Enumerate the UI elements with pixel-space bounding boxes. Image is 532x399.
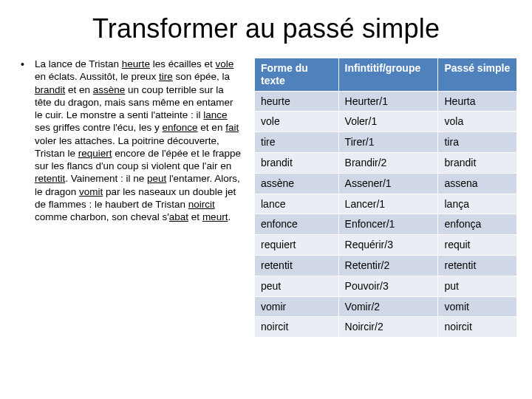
table-row: tireTirer/1tira <box>255 132 517 153</box>
cell-infinitif: Enfoncer/1 <box>338 214 438 235</box>
underlined-verb: abat <box>169 211 188 222</box>
cell-passe: tira <box>438 132 517 153</box>
text-run: comme charbon, son cheval s' <box>35 211 169 222</box>
cell-infinitif: Heurter/1 <box>338 91 438 112</box>
underlined-verb: retentit <box>35 173 65 184</box>
cell-passe: lança <box>438 194 517 214</box>
underlined-verb: fait <box>225 122 239 133</box>
underlined-verb: requiert <box>78 148 112 159</box>
cell-passe: vomit <box>438 296 517 317</box>
text-run: et en <box>198 122 226 133</box>
table-row: voleVoler/1vola <box>255 112 517 132</box>
table-row: requiertRequérir/3requit <box>255 235 517 256</box>
cell-passe: assena <box>438 173 517 194</box>
col-header-infinitif: Infintitif/groupe <box>338 58 438 92</box>
left-column: • La lance de Tristan heurte les écaille… <box>21 58 242 338</box>
content-row: • La lance de Tristan heurte les écaille… <box>0 58 532 338</box>
bullet-dot: • <box>21 58 24 223</box>
cell-infinitif: Vomir/2 <box>338 296 438 317</box>
underlined-verb: noircit <box>188 199 215 210</box>
verb-table: Forme du texte Infintitif/groupe Passé s… <box>254 58 517 338</box>
underlined-verb: enfonce <box>163 122 198 133</box>
cell-forme: brandit <box>255 152 339 173</box>
cell-infinitif: Tirer/1 <box>338 132 438 153</box>
cell-forme: enfonce <box>255 214 339 235</box>
underlined-verb: lance <box>203 109 227 120</box>
cell-passe: vola <box>438 112 517 132</box>
underlined-verb: vole <box>216 58 234 69</box>
cell-passe: requit <box>438 235 517 256</box>
text-run: . <box>228 211 231 222</box>
cell-infinitif: Noircir/2 <box>338 317 438 338</box>
text-run: son épée, la <box>173 71 230 82</box>
cell-forme: vole <box>255 112 339 132</box>
cell-passe: brandit <box>438 152 517 173</box>
page-title: Transformer au passé simple <box>0 0 532 58</box>
cell-passe: Heurta <box>438 91 517 112</box>
table-row: enfonceEnfoncer/1enfonça <box>255 214 517 235</box>
cell-forme: peut <box>255 276 339 296</box>
cell-infinitif: Assener/1 <box>338 173 438 194</box>
cell-passe: noircit <box>438 317 517 338</box>
cell-forme: vomir <box>255 296 339 317</box>
cell-infinitif: Brandir/2 <box>338 152 438 173</box>
table-row: peutPouvoir/3put <box>255 276 517 296</box>
table-row: heurteHeurter/1Heurta <box>255 91 517 112</box>
text-run: et <box>188 211 202 222</box>
cell-forme: requiert <box>255 235 339 256</box>
text-run: . Vainement : il ne <box>65 173 147 184</box>
table-row: assèneAssener/1assena <box>255 173 517 194</box>
col-header-passe: Passé simple <box>438 58 517 92</box>
cell-infinitif: Voler/1 <box>338 112 438 132</box>
cell-infinitif: Requérir/3 <box>338 235 438 256</box>
cell-passe: put <box>438 276 517 296</box>
underlined-verb: vomit <box>79 186 103 197</box>
table-header-row: Forme du texte Infintitif/groupe Passé s… <box>255 58 517 92</box>
text-run: La lance de Tristan <box>35 58 122 69</box>
cell-forme: assène <box>255 173 339 194</box>
table-row: retentitRetentir/2retentit <box>255 255 517 276</box>
underlined-verb: brandit <box>35 84 65 95</box>
cell-forme: lance <box>255 194 339 214</box>
right-column: Forme du texte Infintitif/groupe Passé s… <box>254 58 517 338</box>
text-run: et en <box>65 84 93 95</box>
table-row: branditBrandir/2brandit <box>255 152 517 173</box>
cell-passe: retentit <box>438 255 517 276</box>
underlined-verb: assène <box>93 84 126 95</box>
cell-infinitif: Lancer/1 <box>338 194 438 214</box>
paragraph: La lance de Tristan heurte les écailles … <box>35 58 242 223</box>
cell-forme: heurte <box>255 91 339 112</box>
cell-forme: tire <box>255 132 339 153</box>
text-run: en éclats. Aussitôt, le preux <box>35 71 159 82</box>
underlined-verb: meurt <box>202 211 228 222</box>
col-header-forme: Forme du texte <box>255 58 339 92</box>
underlined-verb: peut <box>147 173 166 184</box>
cell-forme: noircit <box>255 317 339 338</box>
cell-forme: retentit <box>255 255 339 276</box>
cell-infinitif: Pouvoir/3 <box>338 276 438 296</box>
cell-infinitif: Retentir/2 <box>338 255 438 276</box>
text-run: les écailles et <box>150 58 216 69</box>
table-row: vomirVomir/2vomit <box>255 296 517 317</box>
underlined-verb: tire <box>159 71 173 82</box>
underlined-verb: heurte <box>122 58 150 69</box>
text-run: ses griffes contre l'écu, les y <box>35 122 163 133</box>
table-row: lanceLancer/1lança <box>255 194 517 214</box>
cell-passe: enfonça <box>438 214 517 235</box>
table-row: noircitNoircir/2noircit <box>255 317 517 338</box>
